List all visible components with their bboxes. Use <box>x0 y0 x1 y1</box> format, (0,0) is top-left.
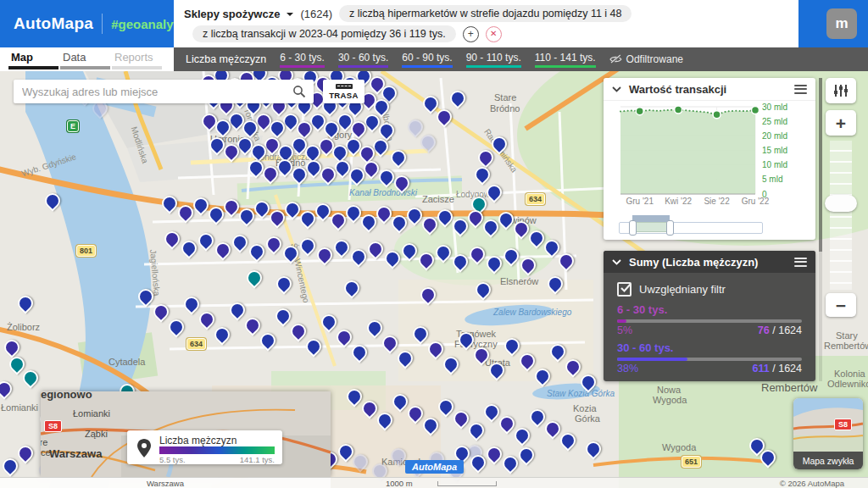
map-pin[interactable] <box>515 444 537 465</box>
map-pin[interactable] <box>42 190 63 211</box>
filter-category[interactable]: 60 - 90 tys. <box>402 52 452 68</box>
user-avatar[interactable]: m <box>826 8 857 39</box>
map-pin[interactable] <box>341 277 362 298</box>
map-pin[interactable] <box>243 267 264 288</box>
map-pin[interactable] <box>150 301 171 322</box>
map-pin[interactable] <box>555 250 576 271</box>
map-pin[interactable] <box>272 305 293 326</box>
map-pin[interactable] <box>333 326 354 347</box>
map-pin[interactable] <box>557 430 578 451</box>
map-pin[interactable] <box>501 335 522 356</box>
map-pin[interactable] <box>257 330 278 351</box>
map-pin[interactable] <box>348 341 370 363</box>
map-pin[interactable] <box>229 231 250 252</box>
range-handle-left[interactable] <box>629 220 637 236</box>
map-pin[interactable] <box>516 350 537 371</box>
filtered-out-toggle[interactable]: Odfiltrowane <box>609 53 683 65</box>
map-pin[interactable] <box>14 442 36 463</box>
map-pin[interactable] <box>455 329 476 350</box>
map-pin[interactable] <box>415 249 437 270</box>
map-pin[interactable] <box>381 247 403 269</box>
map-pin[interactable] <box>196 308 217 330</box>
map-pin[interactable] <box>447 87 468 108</box>
map-pin[interactable] <box>425 338 446 359</box>
map-pin[interactable] <box>547 341 568 362</box>
map-pin[interactable] <box>246 241 267 262</box>
map-pin[interactable] <box>417 284 438 305</box>
map-pin[interactable] <box>280 242 301 263</box>
search-input[interactable] <box>14 86 292 98</box>
map-pin[interactable] <box>433 106 454 127</box>
route-button[interactable]: TRASA <box>323 80 364 103</box>
checkbox-checked-icon[interactable] <box>617 282 632 297</box>
map-pin[interactable] <box>483 181 504 202</box>
filter-category[interactable]: 6 - 30 tys. <box>280 52 325 68</box>
map-pin[interactable] <box>404 116 426 137</box>
map-pin[interactable] <box>483 252 504 274</box>
map-pin[interactable] <box>387 147 409 168</box>
map-pin[interactable] <box>364 238 386 259</box>
chevron-down-icon[interactable] <box>287 13 293 19</box>
filter-category[interactable]: 110 - 141 tys. <box>535 52 596 68</box>
map-pin[interactable] <box>517 254 538 275</box>
range-handle-right[interactable] <box>666 220 674 236</box>
map-pin[interactable] <box>582 438 604 459</box>
zoom-out-button[interactable]: − <box>826 293 856 317</box>
map-pin[interactable] <box>432 241 453 263</box>
time-range-selection[interactable] <box>632 222 670 232</box>
map-pin[interactable] <box>165 316 186 337</box>
map-pin[interactable] <box>195 230 216 251</box>
map-pin[interactable] <box>226 299 248 320</box>
map-pin[interactable] <box>562 356 583 377</box>
map-pin[interactable] <box>394 347 415 369</box>
map-pin[interactable] <box>470 344 492 365</box>
tab-map[interactable]: Map <box>8 47 58 71</box>
category-selector[interactable]: Sklepy spożywcze <box>184 8 280 20</box>
time-range-brush[interactable] <box>632 215 670 222</box>
map-pin[interactable] <box>409 323 431 344</box>
map-pin[interactable] <box>178 237 199 258</box>
zoom-slider-handle[interactable] <box>825 195 857 212</box>
map-pin[interactable] <box>0 455 21 476</box>
zoom-slider-rail[interactable] <box>830 141 852 290</box>
panel-scrollbar-thumb[interactable] <box>819 78 822 252</box>
map-pin[interactable] <box>314 244 335 265</box>
map-pin[interactable] <box>465 419 487 441</box>
map-pin[interactable] <box>287 320 309 341</box>
map-pin[interactable] <box>212 239 233 260</box>
map-pin[interactable] <box>374 409 395 430</box>
map-pin[interactable] <box>511 424 532 446</box>
map-pin[interactable] <box>488 133 509 154</box>
map-pin[interactable] <box>577 371 598 392</box>
layers-stats-button[interactable] <box>826 78 856 103</box>
map-pin[interactable] <box>449 251 470 272</box>
tab-data[interactable]: Data <box>60 47 110 71</box>
map-pin[interactable] <box>531 365 553 386</box>
remove-filter-icon[interactable]: ✕ <box>486 26 502 42</box>
tab-reports[interactable]: Reports <box>112 47 162 71</box>
map-pin[interactable] <box>263 233 284 254</box>
map-pin[interactable] <box>544 273 565 294</box>
collapse-chevron-icon[interactable] <box>612 259 621 265</box>
map-pin[interactable] <box>135 286 156 307</box>
panel-scrollbar[interactable] <box>819 78 822 381</box>
filter-category[interactable]: 30 - 60 tys. <box>338 52 388 68</box>
map-pin[interactable] <box>19 367 41 388</box>
map-type-switcher[interactable]: S8 Mapa zwykła <box>793 398 863 469</box>
map-pin[interactable] <box>318 311 339 332</box>
map-pin[interactable] <box>331 236 352 258</box>
menu-icon[interactable] <box>794 258 807 267</box>
map-pin[interactable] <box>398 240 420 261</box>
map-pin[interactable] <box>440 353 461 374</box>
map-pin[interactable] <box>471 164 492 185</box>
map-pin[interactable] <box>0 378 15 399</box>
map-pin[interactable] <box>161 228 182 249</box>
map-pin[interactable] <box>379 332 400 353</box>
map-pin[interactable] <box>242 314 263 336</box>
map-pin[interactable] <box>417 131 438 152</box>
map-pin[interactable] <box>475 147 496 168</box>
map-pin[interactable] <box>486 359 507 380</box>
map-pin[interactable] <box>14 292 36 313</box>
filter-chip-hipermarkets[interactable]: z liczbą hipermarketów w strefie dojazdu… <box>339 5 632 22</box>
search-icon[interactable] <box>292 85 306 98</box>
